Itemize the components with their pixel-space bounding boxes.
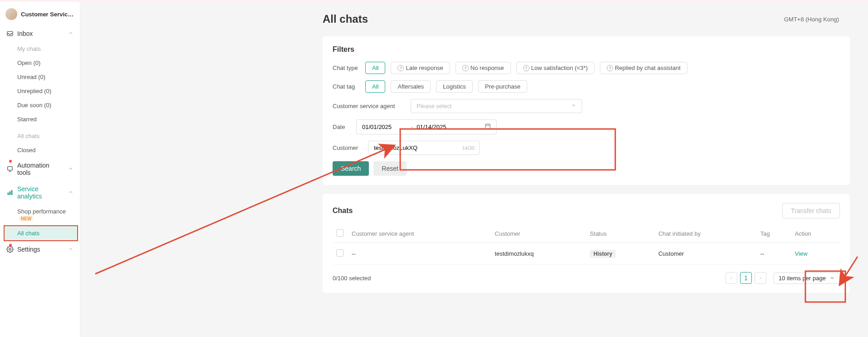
svg-rect-6 <box>485 124 490 129</box>
chat-tag-label: Chat tag <box>333 83 360 90</box>
automation-icon <box>6 165 14 173</box>
sidebar-item-unreplied[interactable]: Unreplied (0) <box>13 84 80 98</box>
chat-type-all[interactable]: All <box>365 62 385 74</box>
sidebar-item-unread[interactable]: Unread (0) <box>13 70 80 84</box>
view-link[interactable]: View <box>795 250 808 257</box>
cell-customer: testdimozlukxq <box>491 243 586 265</box>
filter-row-customer: Customer 14/30 <box>333 141 840 155</box>
date-dash: - <box>411 124 413 130</box>
sidebar-item-closed[interactable]: Closed <box>13 143 80 157</box>
filter-row-chat-type: Chat type All ?Late response ?No respons… <box>333 62 840 74</box>
table-footer: 0/100 selected 1 10 items per page <box>333 272 840 284</box>
chat-type-no-response[interactable]: ?No response <box>456 62 511 74</box>
col-initiated-by: Chat initiated by <box>655 225 757 243</box>
sidebar-item-all-chats-analytics[interactable]: All chats <box>4 225 78 241</box>
chevron-down-icon <box>829 275 835 281</box>
date-label: Date <box>333 124 351 130</box>
transfer-chats-button[interactable]: Transfer chats <box>782 203 840 218</box>
sidebar-item-due-soon[interactable]: Due soon (0) <box>13 98 80 112</box>
inbox-sub-items: My chats Open (0) Unread (0) Unreplied (… <box>0 42 80 157</box>
pager-page-1[interactable]: 1 <box>740 272 752 284</box>
chevron-down-icon <box>68 246 74 253</box>
col-agent: Customer service agent <box>348 225 491 243</box>
new-badge: NEW <box>19 216 33 222</box>
row-checkbox[interactable] <box>336 249 343 257</box>
agent-label: Customer service agent <box>333 103 405 109</box>
sidebar-item-shop-performance[interactable]: Shop performance NEW <box>13 204 80 225</box>
search-button[interactable]: Search <box>333 161 369 176</box>
help-icon: ? <box>397 65 404 71</box>
help-icon: ? <box>523 65 530 71</box>
nav-analytics-label: Service analytics <box>17 185 64 200</box>
date-range-picker[interactable]: - <box>356 119 497 134</box>
nav-settings-label: Settings <box>17 246 40 253</box>
nav-service-analytics[interactable]: Service analytics <box>0 181 80 204</box>
status-badge: History <box>590 250 616 258</box>
nav-settings[interactable]: Settings <box>0 241 80 258</box>
sidebar-item-all-chats-inbox[interactable]: All chats <box>13 129 80 143</box>
nav-inbox[interactable]: Inbox <box>0 25 80 42</box>
select-all-checkbox[interactable] <box>336 229 343 237</box>
pager-next[interactable] <box>755 272 766 284</box>
chat-type-late-response[interactable]: ?Late response <box>391 62 450 74</box>
date-from-input[interactable] <box>362 124 407 130</box>
chats-panel: Chats Transfer chats Customer service ag… <box>323 194 850 293</box>
chevron-down-icon <box>571 103 576 109</box>
agent-placeholder: Please select <box>417 103 451 109</box>
user-row[interactable]: Customer Service81... <box>0 6 80 25</box>
filters-title: Filters <box>333 45 840 54</box>
calendar-icon <box>485 123 491 131</box>
chat-type-replied-by-assistant[interactable]: ?Replied by chat assistant <box>600 62 687 74</box>
page-title: All chats <box>323 13 368 25</box>
chevron-down-icon <box>68 165 74 173</box>
chat-tag-logistics[interactable]: Logistics <box>436 80 473 93</box>
shop-performance-label: Shop performance <box>17 208 66 215</box>
sidebar-item-my-chats[interactable]: My chats <box>13 42 80 56</box>
chat-type-low-satisfaction[interactable]: ?Low satisfaction (<3*) <box>516 62 595 74</box>
selected-count: 0/100 selected <box>333 275 371 282</box>
chevron-up-icon <box>68 189 74 196</box>
timezone-label: GMT+8 (Hong Kong) <box>784 16 850 23</box>
sidebar: Customer Service81... Inbox My chats Ope… <box>0 2 80 337</box>
inbox-icon <box>6 30 14 37</box>
svg-rect-2 <box>8 193 9 195</box>
sidebar-item-starred[interactable]: Starred <box>13 112 80 126</box>
table-row: -- testdimozlukxq History Customer -- Vi… <box>333 243 840 265</box>
svg-rect-1 <box>8 167 13 170</box>
cell-tag: -- <box>757 243 791 265</box>
pager: 1 10 items per page <box>726 272 840 284</box>
cell-agent: -- <box>348 243 491 265</box>
svg-point-5 <box>9 248 11 250</box>
page-size-select[interactable]: 10 items per page <box>774 273 840 284</box>
chat-tag-aftersales[interactable]: Aftersales <box>391 80 431 93</box>
chats-title: Chats <box>333 207 353 215</box>
pager-prev[interactable] <box>726 272 737 284</box>
col-tag: Tag <box>757 225 791 243</box>
svg-rect-3 <box>10 191 11 195</box>
col-customer: Customer <box>491 225 586 243</box>
filter-buttons: Search Reset <box>333 161 840 176</box>
col-status: Status <box>586 225 655 243</box>
gear-icon <box>6 246 14 253</box>
filters-panel: Filters Chat type All ?Late response ?No… <box>323 36 850 185</box>
analytics-sub-items: Shop performance NEW All chats <box>0 204 80 241</box>
analytics-icon <box>6 189 14 196</box>
chevron-up-icon <box>68 30 74 37</box>
agent-select[interactable]: Please select <box>411 99 582 113</box>
customer-input-wrap: 14/30 <box>368 141 480 155</box>
chat-tag-all[interactable]: All <box>365 80 385 93</box>
user-name: Customer Service81... <box>21 11 74 18</box>
date-to-input[interactable] <box>417 124 462 130</box>
main-content: All chats GMT+8 (Hong Kong) Filters Chat… <box>80 2 868 337</box>
chat-type-label: Chat type <box>333 64 360 71</box>
chat-tag-pre-purchase[interactable]: Pre-purchase <box>478 80 527 93</box>
reset-button[interactable]: Reset <box>373 161 407 176</box>
svg-rect-4 <box>11 190 13 195</box>
filter-row-chat-tag: Chat tag All Aftersales Logistics Pre-pu… <box>333 80 840 93</box>
customer-input[interactable] <box>373 141 462 154</box>
chats-table: Customer service agent Customer Status C… <box>333 225 840 265</box>
nav-automation-label: Automation tools <box>17 162 64 176</box>
sidebar-item-open[interactable]: Open (0) <box>13 56 80 70</box>
customer-label: Customer <box>333 144 363 151</box>
nav-automation-tools[interactable]: Automation tools <box>0 157 80 181</box>
